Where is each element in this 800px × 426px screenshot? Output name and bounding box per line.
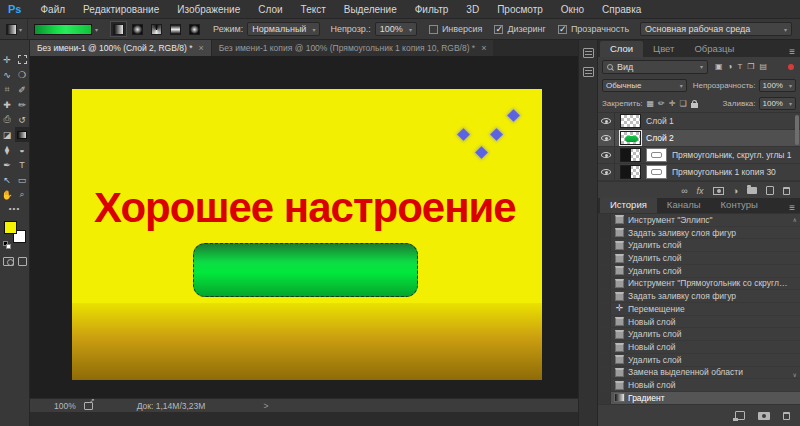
vector-mask-thumbnail[interactable] — [646, 148, 667, 162]
brush-tool[interactable]: ✏ — [15, 97, 30, 112]
export-icon[interactable] — [84, 402, 93, 410]
history-item-selected[interactable]: Градиент — [598, 392, 800, 404]
angle-gradient-button[interactable] — [148, 21, 165, 37]
clone-stamp-tool[interactable]: ⎙ — [0, 112, 15, 127]
add-mask-icon[interactable] — [713, 187, 724, 195]
lasso-tool[interactable]: ∿ — [0, 67, 15, 82]
visibility-toggle[interactable] — [598, 147, 615, 163]
layer-opacity-select[interactable]: 100% ▾ — [759, 79, 796, 92]
gradient-swatch[interactable] — [34, 24, 92, 35]
filter-adjustment-layers-icon[interactable]: ◑ — [728, 62, 733, 71]
scroll-up-icon[interactable]: ∧ — [793, 216, 797, 223]
zoom-level-field[interactable]: 100% — [54, 401, 76, 411]
canvas[interactable]: Хорошее настроение — [72, 89, 542, 380]
layer-thumbnail[interactable] — [620, 131, 641, 145]
status-menu-arrow[interactable]: > — [263, 401, 268, 411]
layers-scrollbar[interactable] — [795, 115, 799, 145]
layer-row-2[interactable]: Слой 2 — [598, 130, 800, 147]
filter-smart-objects-icon[interactable]: ▤ — [759, 62, 767, 71]
history-brush-tool[interactable]: ↺ — [15, 112, 30, 127]
history-item[interactable]: Инструмент "Прямоугольник со скругленным… — [598, 278, 800, 291]
new-snapshot-icon[interactable] — [758, 412, 770, 420]
history-item[interactable]: Задать заливку слоя фигур — [598, 290, 800, 303]
scroll-down-icon[interactable]: ∨ — [793, 371, 797, 378]
menu-3d[interactable]: 3D — [457, 0, 488, 19]
dither-checkbox[interactable] — [494, 25, 503, 34]
delete-layer-icon[interactable] — [783, 187, 790, 195]
history-item[interactable]: Удалить слой — [598, 239, 800, 252]
visibility-toggle[interactable] — [598, 130, 615, 146]
menu-filter[interactable]: Фильтр — [406, 0, 458, 19]
transparency-checkbox[interactable] — [558, 25, 567, 34]
invert-checkbox[interactable] — [429, 25, 438, 34]
layer-style-icon[interactable]: fx — [697, 186, 704, 196]
quick-mask-button[interactable] — [3, 257, 14, 266]
new-document-from-state-icon[interactable] — [735, 411, 745, 420]
history-item[interactable]: Удалить слой — [598, 265, 800, 278]
layer-blend-mode-select[interactable]: Обычные ▾ — [602, 79, 687, 92]
lock-artboard-icon[interactable]: ❏ — [680, 99, 687, 108]
history-item[interactable]: Удалить слой — [598, 328, 800, 341]
link-layers-icon[interactable]: ∞ — [681, 186, 687, 196]
menu-help[interactable]: Справка — [593, 0, 650, 19]
close-icon[interactable]: × — [198, 43, 203, 53]
type-tool[interactable]: T — [15, 157, 30, 172]
history-item[interactable]: Замена выделенной области — [598, 367, 800, 380]
blur-tool[interactable]: ⧫ — [0, 142, 15, 157]
marquee-tool[interactable] — [15, 52, 30, 67]
screen-mode-button[interactable] — [18, 257, 27, 266]
layer-thumbnail[interactable] — [620, 165, 641, 179]
zoom-tool[interactable]: ⌕ — [15, 187, 30, 202]
gradient-editor[interactable]: ▾ — [28, 24, 104, 35]
filter-type-layers-icon[interactable]: T — [737, 62, 742, 71]
reflected-gradient-button[interactable] — [167, 21, 184, 37]
document-tab-inactive[interactable]: Без имени-1 копия @ 100% (Прямоугольник … — [211, 40, 494, 56]
tab-channels[interactable]: Каналы — [657, 197, 711, 213]
menu-layers[interactable]: Слои — [249, 0, 291, 19]
blend-mode-select[interactable]: Нормальный ▾ — [247, 22, 320, 36]
lock-position-icon[interactable]: ✛ — [669, 99, 676, 108]
hand-tool[interactable]: ✋ — [0, 187, 15, 202]
healing-brush-tool[interactable]: ✚ — [0, 97, 15, 112]
document-tab-active[interactable]: Без имени-1 @ 100% (Слой 2, RGB/8) * × — [30, 40, 211, 56]
adjustment-layer-icon[interactable]: ◑ — [733, 186, 738, 196]
visibility-toggle[interactable] — [598, 164, 615, 180]
history-item[interactable]: Удалить слой — [598, 354, 800, 367]
filter-shape-layers-icon[interactable]: ❒ — [747, 62, 754, 71]
tab-swatches[interactable]: Образцы — [684, 41, 744, 57]
history-item[interactable]: Инструмент "Эллипс" — [598, 214, 800, 227]
default-colors-icon[interactable] — [3, 241, 11, 249]
layer-row-4[interactable]: Прямоугольник 1 копия 30 — [598, 164, 800, 181]
dither-checkbox-wrap[interactable]: Дизеринг — [494, 24, 545, 34]
path-select-tool[interactable]: ↖ — [0, 172, 15, 187]
foreground-color-swatch[interactable] — [4, 221, 17, 234]
layer-filter-select[interactable]: Вид ▾ — [602, 60, 708, 74]
layer-row-1[interactable]: Слой 1 — [598, 113, 800, 130]
new-group-icon[interactable] — [747, 187, 757, 194]
diamond-gradient-button[interactable] — [186, 21, 203, 37]
eyedropper-tool[interactable]: ✐ — [15, 82, 30, 97]
lock-pixels-icon[interactable]: ✏ — [658, 99, 665, 108]
filter-toggle-icon[interactable] — [788, 64, 794, 70]
new-layer-icon[interactable] — [766, 186, 774, 195]
move-tool[interactable]: ✛ — [0, 52, 15, 67]
dodge-tool[interactable]: ◒ — [15, 142, 30, 157]
tool-preset-picker[interactable]: ▾ — [0, 19, 28, 39]
close-icon[interactable]: × — [481, 43, 486, 53]
opacity-select[interactable]: 100% ▾ — [375, 22, 417, 36]
menu-select[interactable]: Выделение — [335, 0, 406, 19]
history-item[interactable]: Новый слой — [598, 379, 800, 392]
tab-paths[interactable]: Контуры — [711, 197, 768, 213]
invert-checkbox-wrap[interactable]: Инверсия — [429, 24, 483, 34]
workspace-select[interactable]: Основная рабочая среда ▾ — [640, 22, 792, 36]
menu-type[interactable]: Текст — [292, 0, 335, 19]
lock-transparent-icon[interactable]: ▦ — [647, 99, 655, 108]
panel-menu-icon[interactable]: ≡ — [789, 47, 795, 57]
pen-tool[interactable]: ✒ — [0, 157, 15, 172]
fill-select[interactable]: 100% ▾ — [759, 97, 796, 110]
properties-panel-icon[interactable] — [583, 48, 594, 58]
layer-thumbnail[interactable] — [620, 148, 641, 162]
tab-color[interactable]: Цвет — [643, 41, 684, 57]
history-item[interactable]: ✛Перемещение — [598, 303, 800, 316]
menu-window[interactable]: Окно — [552, 0, 593, 19]
